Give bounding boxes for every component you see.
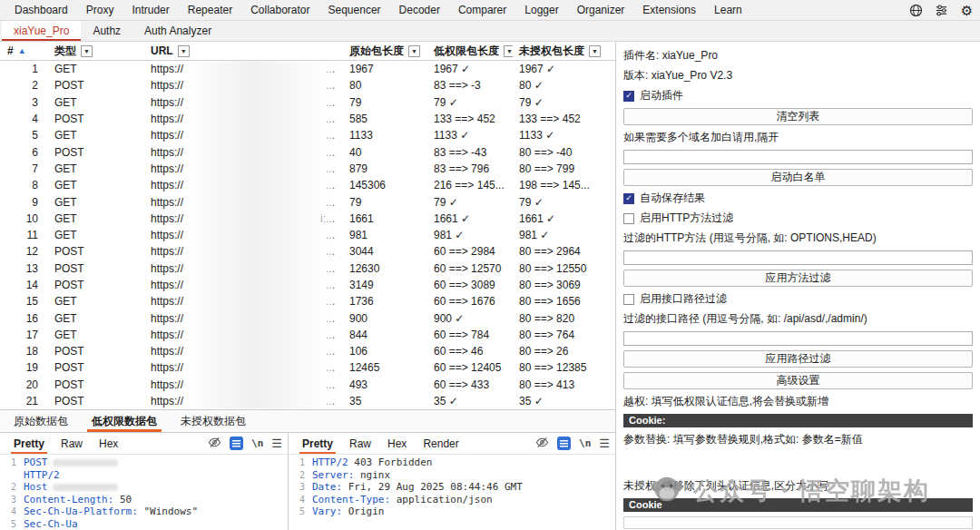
- editor-view-tab[interactable]: Pretty: [294, 434, 341, 454]
- editor-view-tab[interactable]: Raw: [341, 434, 379, 454]
- column-header-orig-length[interactable]: 原始包长度 ▼: [343, 44, 427, 59]
- extension-tab[interactable]: xiaYue_Pro: [2, 21, 81, 41]
- filter-icon[interactable]: ▼: [81, 45, 93, 57]
- column-header-unauth-length[interactable]: 未授权包长度 ▼: [513, 44, 615, 59]
- table-row[interactable]: 11 GET https:// ... 981 981 ✓ 981 ✓: [0, 227, 615, 243]
- table-row[interactable]: 13 POST https:// ... 12630 60 ==> 12570 …: [0, 260, 615, 277]
- table-body: 1 GET https:// ... 1967 1967 ✓ 1967 ✓: [0, 61, 615, 409]
- column-header-index[interactable]: # ▲: [0, 44, 45, 57]
- table-row[interactable]: 21 POST https:// ... 35 35 ✓ 35 ✓: [0, 393, 615, 409]
- packet-subtab[interactable]: 未授权数据包: [169, 410, 258, 432]
- editor-view-tab[interactable]: Hex: [91, 434, 126, 454]
- unauth-cookie-empty-row[interactable]: [623, 516, 973, 529]
- column-header-lowpriv-length[interactable]: 低权限包长度 ▼: [427, 44, 513, 59]
- response-body[interactable]: 1 HTTP/2 403 Forbidden 2 Server: nginx 3: [289, 455, 615, 530]
- editor-view-tab[interactable]: Hex: [379, 434, 415, 454]
- wrap-lines-icon[interactable]: [230, 437, 243, 450]
- packet-subtab[interactable]: 低权限数据包: [80, 410, 169, 432]
- cell-lowpriv-length: 60 ==> 3089: [427, 279, 513, 291]
- table-row[interactable]: 12 POST https:// ... 3044 60 ==> 2984 80…: [0, 243, 615, 260]
- menu-item[interactable]: Comparer: [449, 4, 515, 16]
- menu-item[interactable]: Organizer: [568, 4, 634, 16]
- url-tail: ...: [326, 345, 335, 358]
- cell-lowpriv-length: 216 ==> 145...: [427, 179, 513, 191]
- enable-path-filter-checkbox[interactable]: 启用接口路径过滤: [623, 291, 973, 307]
- menu-item[interactable]: Learn: [705, 4, 751, 16]
- enable-plugin-checkbox[interactable]: ✓ 启动插件: [623, 88, 973, 103]
- settings-sliders-icon[interactable]: [934, 3, 949, 18]
- editor-view-tab[interactable]: Render: [415, 434, 466, 454]
- menu-item[interactable]: Extensions: [633, 4, 705, 16]
- menu-item[interactable]: Repeater: [179, 4, 241, 16]
- newline-icon[interactable]: \n: [251, 437, 263, 449]
- auto-save-checkbox[interactable]: ✓ 自动保存结果: [623, 191, 973, 206]
- editor-menu-icon[interactable]: ☰: [271, 437, 282, 449]
- editor-menu-icon[interactable]: ☰: [599, 437, 610, 449]
- apply-method-filter-button[interactable]: 应用方法过滤: [623, 270, 973, 287]
- packet-subtab[interactable]: 原始数据包: [2, 410, 80, 432]
- apply-path-filter-button[interactable]: 应用路径过滤: [623, 350, 973, 368]
- filter-icon[interactable]: ▼: [408, 45, 420, 57]
- code-line: 2 Host: [0, 481, 288, 494]
- editor-view-tab[interactable]: Raw: [53, 434, 91, 454]
- url-tail: ...: [326, 378, 335, 391]
- method-filter-input[interactable]: [623, 250, 973, 265]
- table-row[interactable]: 5 GET https:// ... 1133 1133 ✓ 1133 ✓: [0, 127, 615, 143]
- menu-item[interactable]: Logger: [515, 4, 567, 16]
- newline-icon[interactable]: \n: [579, 437, 591, 449]
- table-row[interactable]: 15 GET https:// ... 1736 60 ==> 1676 80 …: [0, 293, 615, 309]
- extension-tab[interactable]: Authz: [81, 21, 132, 41]
- table-row[interactable]: 1 GET https:// ... 1967 1967 ✓ 1967 ✓: [0, 61, 615, 77]
- table-row[interactable]: 6 POST https:// ... 40 83 ==> -43 80 ==>…: [0, 143, 615, 160]
- wrap-lines-icon[interactable]: [557, 437, 571, 450]
- filter-icon[interactable]: ▼: [589, 45, 601, 57]
- menu-item[interactable]: Intruder: [122, 4, 178, 16]
- table-row[interactable]: 17 GET https:// ... 844 60 ==> 784 80 ==…: [0, 327, 615, 343]
- globe-icon[interactable]: [908, 3, 924, 18]
- menu-item[interactable]: Decoder: [390, 4, 449, 16]
- cell-orig-length: 3044: [343, 245, 427, 258]
- table-row[interactable]: 14 POST https:// ... 3149 60 ==> 3089 80…: [0, 277, 615, 293]
- table-row[interactable]: 3 GET https:// ... 79 79 ✓ 79 ✓: [0, 94, 615, 111]
- table-row[interactable]: 19 POST https:// ... 12465 60 ==> 12405 …: [0, 359, 615, 376]
- table-row[interactable]: 8 GET https:// ... 145306 216 ==> 145...…: [0, 177, 615, 193]
- table-row[interactable]: 9 GET https:// ... 79 79 ✓ 79 ✓: [0, 193, 615, 210]
- table-row[interactable]: 10 GET https:// i:... 1661 1661 ✓ 1661 ✓: [0, 211, 615, 227]
- table-row[interactable]: 2 POST https:// ... 80 83 ==> -3 80 ✓: [0, 77, 615, 93]
- cell-orig-length: 900: [343, 312, 427, 325]
- cell-unauth-length: 80 ==> 2964: [513, 245, 615, 258]
- cell-type: GET: [45, 329, 142, 341]
- clear-list-button[interactable]: 清空列表: [623, 108, 973, 125]
- column-header-url[interactable]: URL ▼: [142, 44, 343, 57]
- menu-item[interactable]: Collaborator: [241, 4, 318, 16]
- cell-url: https:// ...: [142, 129, 343, 142]
- advanced-settings-button[interactable]: 高级设置: [623, 372, 973, 389]
- filter-icon[interactable]: ▼: [504, 45, 513, 57]
- gear-icon[interactable]: ⚙: [959, 3, 975, 18]
- start-whitelist-button[interactable]: 启动白名单: [623, 169, 973, 186]
- eye-crossed-icon[interactable]: [535, 436, 549, 452]
- whitelist-input[interactable]: [623, 150, 973, 164]
- table-row[interactable]: 20 POST https:// ... 493 60 ==> 433 80 =…: [0, 377, 615, 393]
- url-scheme: https://: [151, 295, 183, 308]
- enable-method-filter-checkbox[interactable]: 启用HTTP方法过滤: [623, 211, 973, 226]
- path-filter-input[interactable]: [623, 331, 973, 346]
- cell-url: https:// ...: [142, 279, 343, 291]
- eye-crossed-icon[interactable]: [208, 436, 221, 452]
- extension-tab[interactable]: Auth Analyzer: [132, 21, 223, 41]
- table-row[interactable]: 18 POST https:// ... 106 60 ==> 46 80 ==…: [0, 343, 615, 359]
- column-header-type[interactable]: 类型 ▼: [45, 44, 142, 59]
- menu-item[interactable]: Sequencer: [319, 4, 390, 16]
- code-line: 3 Date: Fri, 29 Aug 2025 08:44:46 GMT: [289, 481, 615, 494]
- request-body[interactable]: 1 POST HTTP/2 2 Host: [0, 455, 288, 530]
- cell-url: https:// ...: [142, 395, 343, 407]
- table-row[interactable]: 7 GET https:// ... 879 83 ==> 796 80 ==>…: [0, 161, 615, 177]
- filter-icon[interactable]: ▼: [178, 45, 190, 57]
- table-row[interactable]: 4 POST https:// ... 585 133 ==> 452 133 …: [0, 111, 615, 127]
- cell-lowpriv-length: 60 ==> 46: [427, 345, 513, 358]
- menu-item[interactable]: Dashboard: [5, 4, 77, 16]
- table-row[interactable]: 16 GET https:// ... 900 900 ✓ 80 ==> 820: [0, 309, 615, 326]
- editor-view-tab[interactable]: Pretty: [5, 434, 53, 454]
- menu-item[interactable]: Proxy: [77, 4, 123, 16]
- url-tail: ...: [326, 113, 335, 125]
